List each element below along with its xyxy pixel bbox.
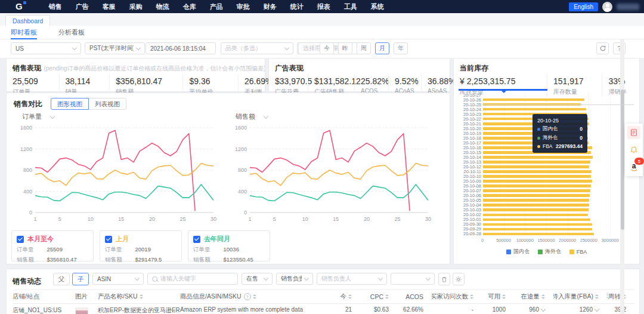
column-header-产品名称/SKU[interactable]: 产品名称/SKU [98,293,180,301]
expand-chevron-icon[interactable] [595,306,599,311]
bar-20-10-09[interactable] [483,180,592,183]
bar-20-09-29[interactable] [483,228,592,231]
legend-item-海外仓[interactable]: 海外仓 [538,248,561,255]
bar-20-10-04[interactable] [483,204,589,207]
bar-20-10-26[interactable] [483,98,584,101]
keyword-search-input[interactable]: 请输入关键字 [147,273,238,285]
onsale-select[interactable]: 在售 [242,273,273,285]
column-header-CPC[interactable]: CPC [360,293,397,300]
country-select[interactable]: US [11,42,81,54]
user-name-blur[interactable] [617,4,639,10]
view-button-图形视图[interactable]: 图形视图 [51,98,89,110]
manager-type-select[interactable]: 销售负责人 [276,273,313,285]
table-row[interactable]: 店铺_NO1_US:US积加ERP-数据更全的亚马逊ERP..Amazon ER… [13,303,634,314]
nav-item-3[interactable]: 采购 [129,2,143,11]
product-image-thumb[interactable] [75,307,88,314]
sort-icon[interactable] [541,294,545,299]
parent-filter-button[interactable]: 父 [53,273,70,285]
column-header-待入库量(FBA)[interactable]: 待入库量(FBA) [553,293,607,301]
period-button-周[interactable]: 周 [357,42,371,54]
bar-20-10-06[interactable] [483,194,590,197]
column-header-买家访问次数[interactable]: 买家访问次数 [432,293,482,301]
nav-item-0[interactable]: 销售 [49,2,62,11]
nav-item-9[interactable]: 统计 [290,2,304,11]
nav-item-2[interactable]: 客服 [103,2,116,11]
child-filter-button[interactable]: 子 [72,273,89,285]
refresh-button[interactable] [596,42,609,54]
legend-item-国内仓[interactable]: 国内仓 [506,248,530,255]
orders-line-chart[interactable]: 040080012001600151015202530 [15,122,221,224]
nav-item-5[interactable]: 仓库 [183,2,196,11]
sort-icon[interactable] [502,294,506,299]
legend-card-去年同月[interactable]: 去年同月订单量10036销售额$123550.45 [188,230,270,261]
bar-20-10-11[interactable] [483,170,592,173]
subtab-即时看板[interactable]: 即时看板 [11,26,37,39]
subtab-分析看板[interactable]: 分析看板 [58,26,85,39]
bar-20-10-02[interactable] [483,214,588,217]
column-header-商品信息/ASIN/MSKU[interactable]: 商品信息/ASIN/MSKU? [180,293,329,301]
legend-card-上月[interactable]: 上月订单量20019销售额$291479.5 [100,230,182,261]
sort-icon[interactable] [140,294,143,299]
bar-20-10-03[interactable] [483,208,589,211]
sort-icon[interactable] [385,294,389,299]
table-settings-button[interactable] [453,273,465,285]
report-button[interactable] [627,126,640,139]
column-header-可用[interactable]: 可用 [482,293,514,301]
sort-icon[interactable] [348,294,352,299]
nav-item-8[interactable]: 财务 [264,2,277,11]
bar-20-10-10[interactable] [483,175,591,178]
asin-type-select[interactable]: ASIN [92,273,144,285]
sort-icon[interactable] [470,294,473,299]
bar-20-10-01[interactable] [483,218,590,221]
clear-filters-button[interactable] [438,273,450,285]
view-button-列表视图[interactable]: 列表视图 [88,98,126,110]
extra-filter-select[interactable] [391,273,435,285]
notifications-button[interactable] [627,143,640,156]
scrollbar-thumb[interactable] [621,90,624,230]
legend-card-本月至今[interactable]: 本月至今订单量25509销售额$356810.47 [11,230,94,261]
nav-item-6[interactable]: 产品 [210,2,223,11]
bar-20-10-24[interactable] [483,108,586,111]
amazon-messages-button[interactable]: a 5 [627,161,640,174]
category-select[interactable]: 品类（多选） [221,42,293,54]
column-header-在途量[interactable]: 在途量 [514,293,553,301]
bar-20-10-08[interactable] [483,184,591,187]
period-button-今[interactable]: 今 [320,42,334,54]
legend-item-FBA[interactable]: FBA [569,248,587,255]
notification-badge: 5 [634,158,644,165]
period-button-昨[interactable]: 昨 [338,42,352,54]
nav-item-10[interactable]: 报表 [317,2,330,11]
nav-item-1[interactable]: 广告 [76,2,89,11]
nav-item-4[interactable]: 物流 [156,2,169,11]
nav-item-7[interactable]: 审批 [237,2,250,11]
user-avatar[interactable] [602,2,612,12]
expand-chevron-icon[interactable] [541,306,546,311]
timezone-select[interactable]: PST(太平洋时间) [85,42,145,54]
checkbox-checked-icon[interactable] [193,236,200,243]
right-chart-metric-select[interactable]: 销售额 [236,112,268,121]
bar-20-10-14[interactable] [483,156,593,159]
help-icon[interactable]: ? [244,293,251,300]
period-button-月[interactable]: 月 [375,42,389,54]
bar-20-10-12[interactable] [483,165,589,168]
nav-item-12[interactable]: 系统 [371,2,384,11]
column-header-今[interactable]: 今 [329,293,360,301]
checkbox-checked-icon[interactable] [17,236,24,243]
left-chart-metric-select[interactable]: 订单量 [22,112,54,121]
app-logo[interactable]: G [16,0,23,13]
language-button[interactable]: English [569,2,598,11]
period-button-年[interactable]: 年 [394,42,408,54]
sort-icon[interactable] [595,294,599,299]
bar-20-10-05[interactable] [483,199,589,202]
nav-item-11[interactable]: 工具 [344,2,357,11]
datetime-input[interactable]: 2021-06-06 18:15:04 [145,42,216,54]
checkbox-checked-icon[interactable] [105,236,112,243]
bar-20-10-07[interactable] [483,189,590,192]
bar-20-10-13[interactable] [483,161,590,164]
bar-20-09-28[interactable] [483,233,594,236]
bar-20-09-30[interactable] [483,223,592,226]
page-scrollbar[interactable] [620,39,624,314]
sales-line-chart[interactable]: 040080012001600151015202530 [230,122,435,224]
sort-icon[interactable] [253,294,256,299]
manager-input[interactable]: 销售负责人 [317,273,387,285]
